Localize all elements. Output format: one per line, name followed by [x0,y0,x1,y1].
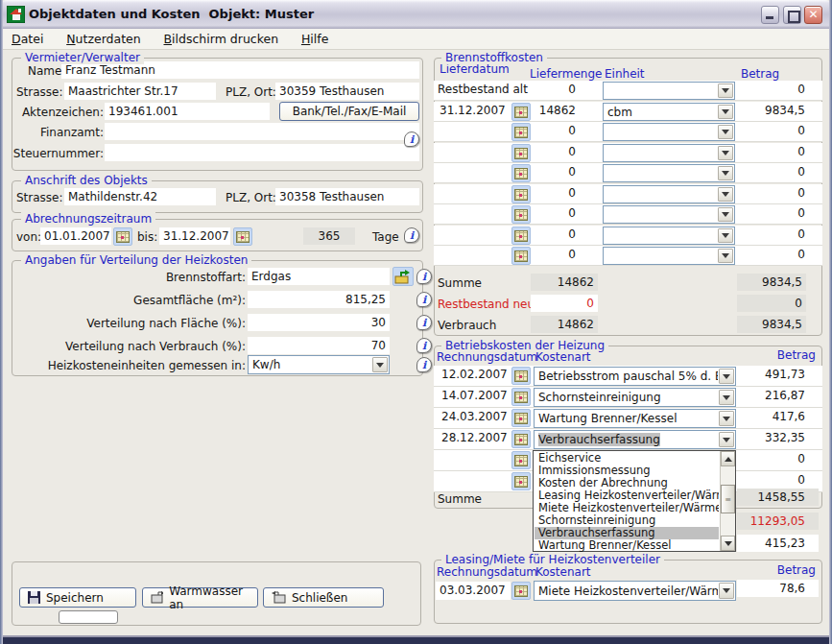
fuel-menge[interactable]: 0 [532,122,580,139]
fuel-date[interactable] [436,246,511,250]
cost-betrag[interactable]: 0 [739,450,819,467]
owner-plz-field[interactable]: 30359 Testhausen [275,83,419,100]
fuel-einheit-combo[interactable] [603,205,735,224]
steuernummer-field[interactable] [105,144,419,161]
heizkosteneinheiten-info-icon[interactable] [416,357,432,372]
menu-datei[interactable]: Datei [12,32,43,46]
fuel-calendar-button[interactable] [511,205,531,224]
brennstoffart-field[interactable]: Erdgas [248,268,390,285]
cost-date[interactable] [438,450,511,454]
cost-calendar-button[interactable] [511,451,531,469]
fuel-einheit-combo[interactable]: cbm [603,103,735,121]
fuel-date[interactable] [436,122,511,126]
fuel-einheit-combo[interactable] [603,247,735,265]
title-bar[interactable]: Objektdaten und Kosten Objekt: Muster [0,0,832,29]
dropdown-option[interactable]: Leasing Heizkostenverteiler/Wärm [535,489,719,502]
leasing-betrag-field[interactable]: 78,6 [737,580,819,597]
leasing-calendar-button[interactable] [511,582,531,600]
fuel-date[interactable]: 31.12.2007 [436,102,511,119]
scroll-down-icon[interactable] [721,536,735,551]
verteilung-flaeche-info-icon[interactable] [416,315,432,330]
menu-hilfe[interactable]: Hilfe [301,32,328,46]
cost-betrag[interactable]: 216,87 [739,387,819,404]
kostenart-combo[interactable]: Wartung Brenner/Kessel [534,409,736,428]
cost-calendar-button[interactable] [511,388,531,406]
fuel-menge[interactable]: 0 [532,184,580,202]
object-strasse-field[interactable]: Mathildenstr.42 [64,188,216,205]
fuel-einheit-combo[interactable] [603,164,735,182]
heizkosteneinheiten-combo[interactable]: Kw/h [248,355,390,374]
cost-calendar-button[interactable] [511,409,531,427]
object-plz-field[interactable]: 30358 Testhausen [275,188,419,205]
chevron-down-icon[interactable] [718,187,733,202]
fuel-einheit-combo[interactable] [603,144,735,162]
save-button[interactable]: Speichern [19,587,136,608]
restbestand-neu-menge[interactable]: 0 [531,295,598,312]
cost-date[interactable]: 28.12.2007 [438,429,511,446]
dropdown-option[interactable]: Kosten der Abrechnung [535,477,719,489]
verteilung-verbrauch-field[interactable]: 70 [248,337,390,354]
cost-calendar-button[interactable] [511,472,531,490]
chevron-down-icon[interactable] [718,83,733,98]
fuel-menge[interactable]: 0 [532,163,580,180]
fuel-date[interactable] [436,143,511,147]
restbestand-alt-einheit-combo[interactable] [603,82,735,100]
bank-tel-fax-email-button[interactable]: Bank/Tel./Fax/E-Mail [279,102,419,121]
cost-date[interactable]: 12.02.2007 [438,366,511,383]
cost-date[interactable]: 24.03.2007 [438,408,511,425]
fuel-menge[interactable]: 0 [532,246,580,263]
chevron-down-icon[interactable] [718,166,733,180]
chevron-down-icon[interactable] [718,105,733,119]
von-date-field[interactable]: 01.01.2007 [40,227,111,245]
chevron-down-icon[interactable] [718,146,733,160]
bis-calendar-button[interactable] [233,227,252,246]
dropdown-scrollbar[interactable] [720,451,735,551]
leasing-kostenart-combo[interactable]: Miete Heizkostenverteiler/Wärm [534,581,736,601]
fuel-date[interactable] [436,184,511,188]
fuel-betrag[interactable]: 0 [737,143,819,160]
bis-date-field[interactable]: 31.12.2007 [159,227,230,245]
fuel-date[interactable] [436,204,511,208]
fuel-einheit-combo[interactable] [603,227,735,245]
cost-betrag[interactable]: 332,35 [739,429,819,446]
close-button[interactable] [804,6,822,24]
verteilung-flaeche-field[interactable]: 30 [248,314,390,331]
fuel-einheit-combo[interactable] [603,123,735,141]
cost-betrag[interactable]: 491,73 [739,366,819,383]
fuel-betrag[interactable]: 0 [737,163,819,180]
scrollbar-thumb[interactable] [721,485,735,513]
chevron-down-icon[interactable] [719,411,734,426]
fuel-calendar-button[interactable] [511,227,531,245]
fuel-calendar-button[interactable] [511,123,531,141]
fuel-calendar-button[interactable] [511,164,531,182]
chevron-down-icon[interactable] [718,125,733,139]
fuel-betrag[interactable]: 0 [737,184,819,202]
aktenzeichen-field[interactable]: 193461.001 [105,103,270,120]
brennstoffart-info-icon[interactable] [416,269,432,284]
dropdown-option[interactable]: Eichservice [535,452,719,465]
dropdown-option[interactable]: Miete Heizkostenverteiler/Wärme [535,502,719,514]
period-info-icon[interactable] [404,227,419,243]
von-calendar-button[interactable] [113,227,132,246]
chevron-down-icon[interactable] [718,228,733,243]
chevron-down-icon[interactable] [719,583,734,599]
fuel-einheit-combo[interactable] [603,185,735,203]
finanzamt-field[interactable] [105,123,419,140]
fuel-date[interactable] [436,226,511,229]
chevron-down-icon[interactable] [718,249,733,263]
fuel-menge[interactable]: 0 [532,204,580,222]
cost-betrag[interactable]: 0 [739,471,819,489]
chevron-down-icon[interactable] [719,369,734,384]
chevron-down-icon[interactable] [719,432,734,447]
fuel-betrag[interactable]: 9834,5 [737,102,819,119]
fuel-date[interactable] [436,163,511,167]
cost-date[interactable] [438,471,511,475]
owner-info-icon[interactable] [404,131,419,147]
restbestand-alt-menge[interactable]: 0 [532,81,580,98]
menu-bildschirm-drucken[interactable]: Bildschirm drucken [164,32,279,46]
close-window-button[interactable]: Schließen [263,587,384,608]
fuel-betrag[interactable]: 0 [737,122,819,139]
kostenart-combo[interactable]: Betriebsstrom pauschal 5% d. B [534,367,736,386]
warmwater-button[interactable]: Warmwasser an [142,587,258,608]
gesamtflaeche-info-icon[interactable] [416,292,432,307]
